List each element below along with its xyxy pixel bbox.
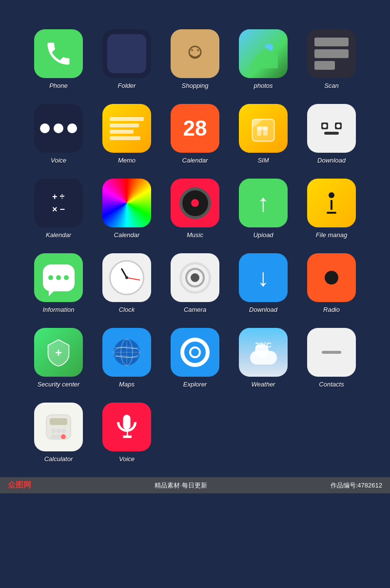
radio-label: Radio: [323, 306, 340, 313]
download-robot-icon: [307, 104, 356, 153]
kalendar-label: Kalendar: [46, 231, 71, 239]
svg-marker-4: [249, 48, 278, 68]
app-camera[interactable]: Camera: [166, 253, 224, 313]
svg-point-19: [56, 428, 61, 433]
app-memo[interactable]: Memo: [98, 104, 156, 164]
photos-icon: [239, 29, 288, 78]
app-voice[interactable]: Voice: [29, 104, 88, 164]
download-label: Download: [317, 157, 346, 164]
contacts-icon: [307, 328, 356, 377]
svg-point-2: [197, 49, 199, 51]
app-scan[interactable]: Scan: [302, 29, 361, 89]
download2-icon: ↓: [239, 253, 288, 302]
app-clock[interactable]: Clock: [98, 253, 156, 313]
voice2-icon: [102, 403, 151, 451]
kalendar-icon: +÷ ×−: [34, 179, 83, 227]
watermark-logo: 众图网: [8, 480, 31, 490]
scan-icon: [307, 29, 356, 78]
maps-icon: [102, 328, 151, 377]
maps-label: Maps: [119, 381, 135, 388]
filemanag-icon: [307, 179, 356, 227]
svg-point-20: [61, 428, 66, 433]
weather-icon: 22°C: [239, 328, 288, 377]
svg-rect-17: [50, 418, 67, 425]
camera-label: Camera: [184, 306, 206, 313]
folder-label: Folder: [118, 82, 136, 89]
contacts-label: Contacts: [319, 381, 344, 388]
phone-label: Phone: [49, 82, 68, 89]
watermark-bar: 众图网 精品素材·每日更新 作品编号:4782612: [0, 477, 390, 493]
svg-point-21: [51, 434, 56, 439]
app-download2[interactable]: ↓ Download: [234, 253, 292, 313]
camera-icon: [171, 253, 219, 302]
app-filemanag[interactable]: File manag: [302, 179, 361, 239]
app-sim[interactable]: SIM: [234, 104, 292, 164]
app-kalendar[interactable]: +÷ ×− Kalendar: [29, 179, 88, 239]
music-label: Music: [187, 231, 203, 239]
app-grid: Phone Folder Shopping photos: [29, 29, 361, 463]
watermark-tagline: 精品素材·每日更新: [155, 481, 207, 490]
svg-rect-9: [257, 126, 268, 130]
sim-icon: [239, 104, 288, 153]
app-explorer[interactable]: Explorer: [166, 328, 224, 388]
app-phone[interactable]: Phone: [29, 29, 88, 89]
folder-icon: [102, 29, 151, 78]
calculator-icon: [34, 403, 83, 451]
svg-point-1: [191, 49, 194, 51]
security-label: Security center: [38, 381, 80, 388]
app-maps[interactable]: Maps: [98, 328, 156, 388]
filemanag-label: File manag: [316, 231, 347, 239]
svg-point-18: [51, 428, 56, 433]
app-radio[interactable]: Radio: [302, 253, 361, 313]
svg-text:+: +: [55, 346, 62, 359]
memo-label: Memo: [118, 157, 136, 164]
shopping-label: Shopping: [182, 82, 209, 89]
upload-label: Upioad: [253, 231, 273, 239]
voice-icon: [34, 104, 83, 153]
calendar-label: Calendar: [182, 157, 208, 164]
calendar2-icon: [102, 179, 151, 227]
app-music[interactable]: Music: [166, 179, 224, 239]
calendar-day: 28: [183, 116, 207, 141]
information-label: Information: [42, 306, 74, 313]
calendar2-label: Calendar: [114, 231, 140, 239]
svg-point-23: [61, 434, 66, 439]
app-security[interactable]: + Security center: [29, 328, 88, 388]
phone-icon: [34, 29, 83, 78]
app-information[interactable]: Information: [29, 253, 88, 313]
calculator-label: Calculator: [44, 455, 73, 463]
clock-icon: [102, 253, 151, 302]
shopping-icon: [171, 29, 219, 78]
app-download[interactable]: Download: [302, 104, 361, 164]
scan-label: Scan: [324, 82, 339, 89]
app-weather[interactable]: 22°C Weather: [234, 328, 292, 388]
upload-icon: ↑: [239, 179, 288, 227]
information-icon: [34, 253, 83, 302]
app-voice2[interactable]: Voice: [98, 403, 156, 463]
sim-label: SIM: [257, 157, 269, 164]
clock-label: Clock: [119, 306, 135, 313]
app-upload[interactable]: ↑ Upioad: [234, 179, 292, 239]
svg-point-0: [189, 46, 201, 58]
photos-label: photos: [254, 82, 273, 89]
app-folder[interactable]: Folder: [98, 29, 156, 89]
app-shopping[interactable]: Shopping: [166, 29, 224, 89]
calendar-icon: 28: [171, 104, 219, 153]
explorer-label: Explorer: [183, 381, 207, 388]
security-icon: +: [34, 328, 83, 377]
music-icon: [171, 179, 219, 227]
voice2-label: Voice: [119, 455, 135, 463]
app-photos[interactable]: photos: [234, 29, 292, 89]
explorer-icon: [171, 328, 219, 377]
app-calendar[interactable]: 28 Calendar: [166, 104, 224, 164]
memo-icon: [102, 104, 151, 153]
download2-label: Download: [249, 306, 277, 313]
voice-label: Voice: [51, 157, 66, 164]
radio-icon: [307, 253, 356, 302]
app-calendar2[interactable]: Calendar: [98, 179, 156, 239]
svg-point-22: [56, 434, 61, 439]
app-calculator[interactable]: Calculator: [29, 403, 88, 463]
app-contacts[interactable]: Contacts: [302, 328, 361, 388]
weather-label: Weather: [252, 381, 275, 388]
watermark-code: 作品编号:4782612: [331, 481, 382, 490]
